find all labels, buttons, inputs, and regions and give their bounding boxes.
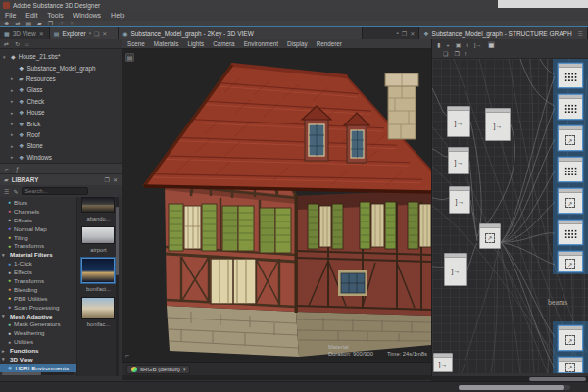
tree-item-stone[interactable]: ▸ ❖ Stone	[0, 140, 122, 151]
tab-structure-graph[interactable]: ❖ Substance_Model_graph - STRUCTURE GRAP…	[419, 27, 588, 39]
tab-3d-viewport[interactable]: ◉ Substance_Model_graph - 2Key - 3D VIEW	[119, 27, 362, 39]
graph-node-merge[interactable]: ]→	[485, 108, 511, 141]
menu-icon[interactable]: ☰	[578, 30, 583, 37]
hdri-thumbnail-abandoned[interactable]	[81, 197, 115, 213]
menu-windows[interactable]: Windows	[74, 12, 101, 19]
float-icon[interactable]: ❐	[105, 176, 110, 183]
thumbnail-scrollbar[interactable]	[116, 197, 119, 376]
vp-menu-lights[interactable]: Lights	[187, 40, 204, 47]
menu-tools[interactable]: Tools	[47, 12, 63, 19]
library-item-weathering[interactable]: ●Weathering	[0, 328, 76, 337]
chevron-right-icon[interactable]: ▸	[11, 131, 16, 137]
function-icon[interactable]: ƒ	[16, 166, 20, 172]
graph-node-transform-selected[interactable]: ↗	[558, 357, 583, 373]
graph-node-merge[interactable]: ]→	[433, 353, 453, 372]
chevron-right-icon[interactable]: ▸	[11, 75, 16, 81]
vp-menu-environment[interactable]: Environment	[244, 40, 278, 47]
graph-node-merge[interactable]: ]→	[449, 186, 470, 214]
tree-root[interactable]: ▾ ◆ House_21.sbs*	[0, 51, 122, 62]
chevron-right-icon[interactable]: ▸	[11, 87, 16, 93]
library-item-transforms[interactable]: ●Transforms	[0, 241, 76, 250]
graph-node-tile-sampler-selected[interactable]	[558, 220, 583, 245]
graph-node-tile-sampler-selected[interactable]	[558, 94, 583, 120]
tab-3d-view[interactable]: ▦ 3D View ✕	[0, 27, 50, 39]
library-item-1-click[interactable]: ●1-Click	[0, 259, 76, 268]
bookmark-icon[interactable]: ▮	[437, 41, 440, 48]
close-icon[interactable]: ✕	[410, 30, 415, 37]
copy-icon[interactable]: ❐	[454, 50, 459, 57]
graph-node-merge[interactable]: ]→	[447, 106, 470, 137]
hdri-thumbnail-bonifacio-selected[interactable]	[81, 258, 115, 283]
tree-item-glass[interactable]: ▸ ❖ Glass	[0, 84, 122, 95]
float-icon[interactable]: ❐	[402, 30, 407, 37]
menu-help[interactable]: Help	[111, 12, 124, 19]
chevron-right-icon[interactable]: ▸	[11, 121, 16, 126]
library-section-3d-view[interactable]: ▾3D View	[0, 355, 76, 364]
vp-menu-renderer[interactable]: Renderer	[317, 40, 342, 47]
graph-node-tile-sampler-selected[interactable]	[558, 157, 583, 182]
tree-item-roof[interactable]: ▸ ❖ Roof	[0, 129, 122, 140]
home-icon[interactable]: ⌂	[25, 41, 29, 47]
chevron-right-icon[interactable]: ▸	[11, 154, 16, 160]
link-icon[interactable]: ⌐	[5, 166, 9, 172]
library-item-transforms-2[interactable]: ●Transforms	[0, 276, 76, 285]
library-item-channels[interactable]: ●Channels	[0, 207, 76, 216]
hdri-thumbnail-bonifacio-day[interactable]	[81, 297, 115, 318]
library-item-normal-map[interactable]: ●Normal Map	[0, 224, 76, 233]
tree-item-graph[interactable]: ❖ Substance_Model_graph	[0, 62, 122, 73]
focus-icon[interactable]: +	[446, 42, 450, 48]
menu-file[interactable]: File	[5, 12, 16, 19]
info-icon[interactable]: i	[467, 42, 468, 48]
tree-item-resources[interactable]: ▸ ▰ Resources	[0, 74, 122, 84]
graph-node-merge[interactable]: ]→	[448, 147, 469, 174]
tree-item-brick[interactable]: ▸ ❖ Brick	[0, 118, 122, 128]
menu-edit[interactable]: Edit	[25, 12, 37, 19]
tree-item-house[interactable]: ▸ ❖ House	[0, 107, 122, 118]
align-icon[interactable]: ]→	[474, 42, 482, 48]
library-item-blurs[interactable]: ●Blurs	[0, 198, 76, 207]
close-icon[interactable]: ✕	[39, 30, 44, 37]
chevron-right-icon[interactable]: ▸	[11, 110, 16, 116]
graph-node-merge[interactable]: ]→	[444, 253, 467, 286]
viewport-3d-canvas[interactable]: ▤ ⌐ Material Duration: 900/900Time: 24s/…	[122, 49, 431, 362]
comment-icon[interactable]: ❏	[443, 50, 448, 57]
graph-canvas[interactable]: ]→ ]→ ]→ ]→ ]→ ↗ ]→ ↗ ↗ ↗ ↗ ↗ beams	[432, 59, 588, 373]
chevron-down-icon[interactable]: ▾	[3, 54, 8, 60]
library-item-utilities[interactable]: ●Utilities	[0, 337, 76, 346]
library-item-tiling[interactable]: ●Tiling	[0, 233, 76, 242]
edit-icon[interactable]: ✎	[13, 188, 18, 195]
vp-menu-display[interactable]: Display	[287, 40, 308, 47]
library-item-effects-2[interactable]: ●Effects	[0, 268, 76, 276]
library-item-scan-processing[interactable]: ●Scan Processing	[0, 303, 76, 312]
vp-menu-camera[interactable]: Camera	[213, 40, 234, 47]
library-search-input[interactable]	[22, 187, 88, 195]
graph-node-transform-selected[interactable]: ↗	[558, 325, 583, 351]
camera-icon[interactable]: ▣	[456, 41, 462, 48]
graph-node-transform[interactable]: ↗	[479, 223, 501, 249]
tab-explorer[interactable]: ▤ Explorer ▪ ❏ ✕	[50, 27, 119, 39]
library-item-pbr-utilities[interactable]: ●PBR Utilities	[0, 294, 76, 303]
library-section-material-filters[interactable]: ▾Material Filters	[0, 250, 76, 259]
library-section-mesh-adaptive[interactable]: ▾Mesh Adaptive	[0, 312, 76, 320]
library-item-mask-generators[interactable]: ●Mask Generators	[0, 319, 76, 328]
viewport-settings-icon[interactable]: ▤	[125, 53, 134, 62]
vp-menu-materials[interactable]: Materials	[154, 40, 179, 47]
pin-icon[interactable]: ▪	[89, 30, 91, 36]
filter-icon[interactable]: ☰	[4, 188, 9, 195]
hdri-thumbnail-airport[interactable]	[81, 226, 115, 244]
refresh-icon[interactable]: ↻	[15, 40, 20, 47]
vp-menu-scene[interactable]: Scene	[127, 40, 145, 47]
library-item-effects[interactable]: ●Effects	[0, 216, 76, 224]
graph-node-tile-sampler-selected[interactable]	[558, 63, 583, 88]
link-icon[interactable]: ⇄	[4, 40, 9, 47]
library-item-hdri-environments[interactable]: ◉HDRI Environments	[0, 364, 76, 372]
close-icon[interactable]: ✕	[113, 176, 118, 183]
graph-node-transform-selected[interactable]: ↗	[558, 251, 583, 272]
tree-item-windows[interactable]: ▸ ❖ Windows	[0, 152, 122, 163]
library-section-functions[interactable]: ▸Functions	[0, 346, 76, 355]
close-icon[interactable]: ✕	[102, 30, 107, 37]
library-item-blending[interactable]: ●Blending	[0, 285, 76, 294]
chevron-right-icon[interactable]: ▸	[11, 98, 16, 104]
chevron-right-icon[interactable]: ▸	[11, 143, 16, 149]
dock-icon[interactable]: ❏	[94, 30, 99, 37]
